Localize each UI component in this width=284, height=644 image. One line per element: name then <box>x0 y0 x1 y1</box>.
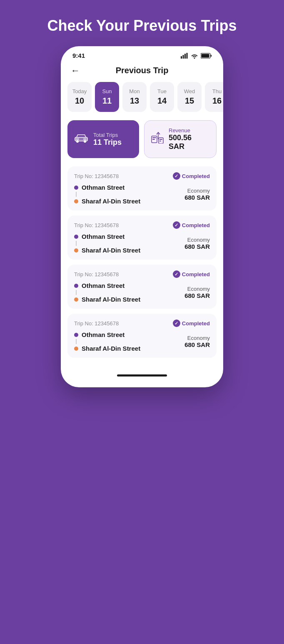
trip-fare: Economy 680 SAR <box>184 237 210 250</box>
fare-amount: 680 SAR <box>184 341 210 348</box>
day-item[interactable]: Today 10 <box>67 82 92 112</box>
trip-header: Trip No: 12345678 ✓ Completed <box>74 270 210 278</box>
trip-number: Trip No: 12345678 <box>74 271 119 277</box>
trip-route: Othman Street Sharaf Al-Din Street <box>74 331 140 352</box>
signal-icon <box>181 53 188 59</box>
page-title: Previous Trip <box>116 66 169 75</box>
day-item[interactable]: Thu 16 <box>205 82 223 112</box>
trip-card[interactable]: Trip No: 12345678 ✓ Completed Othman Str… <box>67 265 217 309</box>
svg-rect-9 <box>76 138 79 140</box>
nav-header: ← Previous Trip <box>61 62 223 82</box>
svg-point-8 <box>84 140 86 143</box>
back-button[interactable]: ← <box>71 65 80 76</box>
day-name: Sun <box>102 88 112 94</box>
route-to: Sharaf Al-Din Street <box>74 345 140 352</box>
to-dot <box>74 347 78 351</box>
route-from: Othman Street <box>74 184 140 191</box>
connector-line <box>76 290 77 295</box>
trip-fare: Economy 680 SAR <box>184 188 210 201</box>
battery-icon <box>201 53 212 59</box>
trip-number: Trip No: 12345678 <box>74 320 119 327</box>
connector-line <box>76 192 77 197</box>
trip-body: Othman Street Sharaf Al-Din Street Econo… <box>74 282 210 303</box>
total-trips-value: 11 Trips <box>93 138 122 147</box>
day-item[interactable]: Tue 14 <box>150 82 174 112</box>
from-label: Othman Street <box>82 184 125 191</box>
fare-type: Economy <box>184 188 210 194</box>
trip-route: Othman Street Sharaf Al-Din Street <box>74 233 140 254</box>
from-dot <box>74 235 78 239</box>
status-time: 9:41 <box>72 52 85 59</box>
fare-type: Economy <box>184 237 210 243</box>
total-trips-info: Total Trips 11 Trips <box>93 132 122 147</box>
trip-fare: Economy 680 SAR <box>184 335 210 348</box>
day-item[interactable]: Sun 11 <box>95 82 119 112</box>
day-num: 11 <box>102 96 112 106</box>
stats-row: Total Trips 11 Trips Revenue 500 <box>61 120 223 166</box>
wifi-icon <box>191 53 198 59</box>
day-name: Mon <box>129 88 140 94</box>
home-bar <box>117 374 167 376</box>
trip-status: ✓ Completed <box>173 221 210 229</box>
route-from: Othman Street <box>74 282 140 289</box>
day-name: Thu <box>212 88 222 94</box>
trip-body: Othman Street Sharaf Al-Din Street Econo… <box>74 331 210 352</box>
status-icons <box>181 53 212 59</box>
phone-frame: 9:41 ← Previous Tri <box>61 46 223 387</box>
trip-number: Trip No: 12345678 <box>74 222 119 228</box>
from-dot <box>74 186 78 190</box>
route-connector <box>74 290 78 295</box>
to-label: Sharaf Al-Din Street <box>82 296 140 303</box>
route-connector <box>74 339 78 344</box>
svg-rect-16 <box>159 139 162 140</box>
fare-type: Economy <box>184 335 210 341</box>
revenue-card[interactable]: Revenue 500.56 SAR <box>144 120 217 158</box>
total-trips-label: Total Trips <box>93 132 122 138</box>
revenue-icon <box>151 132 164 146</box>
trip-card[interactable]: Trip No: 12345678 ✓ Completed Othman Str… <box>67 215 217 260</box>
to-dot <box>74 248 78 253</box>
fare-type: Economy <box>184 286 210 292</box>
trip-route: Othman Street Sharaf Al-Din Street <box>74 282 140 303</box>
svg-rect-17 <box>159 141 161 141</box>
trip-status: ✓ Completed <box>173 172 210 180</box>
route-connector <box>74 192 78 197</box>
to-dot <box>74 199 78 203</box>
trips-list: Trip No: 12345678 ✓ Completed Othman Str… <box>61 166 223 370</box>
from-label: Othman Street <box>82 331 125 338</box>
route-to: Sharaf Al-Din Street <box>74 247 140 254</box>
status-label: Completed <box>182 271 210 277</box>
svg-rect-3 <box>187 53 188 59</box>
revenue-info: Revenue 500.56 SAR <box>169 127 209 151</box>
trip-number: Trip No: 12345678 <box>74 173 119 179</box>
trip-card[interactable]: Trip No: 12345678 ✓ Completed Othman Str… <box>67 166 217 211</box>
to-label: Sharaf Al-Din Street <box>82 198 140 205</box>
fare-amount: 680 SAR <box>184 243 210 250</box>
from-dot <box>74 284 78 288</box>
trip-fare: Economy 680 SAR <box>184 286 210 299</box>
day-num: 10 <box>75 96 84 106</box>
total-trips-card[interactable]: Total Trips 11 Trips <box>67 120 139 158</box>
from-label: Othman Street <box>82 233 125 240</box>
status-label: Completed <box>182 222 210 228</box>
trip-header: Trip No: 12345678 ✓ Completed <box>74 172 210 180</box>
status-check-icon: ✓ <box>173 221 180 229</box>
day-num: 15 <box>185 96 194 106</box>
route-to: Sharaf Al-Din Street <box>74 198 140 205</box>
page-header: Check Your Previous Trips <box>39 17 245 35</box>
day-item[interactable]: Wed 15 <box>177 82 202 112</box>
day-name: Tue <box>157 88 167 94</box>
from-label: Othman Street <box>82 282 125 289</box>
day-item[interactable]: Mon 13 <box>122 82 147 112</box>
from-dot <box>74 333 78 337</box>
to-label: Sharaf Al-Din Street <box>82 247 140 254</box>
svg-rect-13 <box>152 139 155 140</box>
trip-header: Trip No: 12345678 ✓ Completed <box>74 221 210 229</box>
day-name: Today <box>72 88 87 94</box>
trip-card[interactable]: Trip No: 12345678 ✓ Completed Othman Str… <box>67 314 217 358</box>
to-dot <box>74 297 78 302</box>
revenue-label: Revenue <box>169 127 209 134</box>
trip-body: Othman Street Sharaf Al-Din Street Econo… <box>74 233 210 254</box>
trip-status: ✓ Completed <box>173 320 210 327</box>
route-from: Othman Street <box>74 233 140 240</box>
